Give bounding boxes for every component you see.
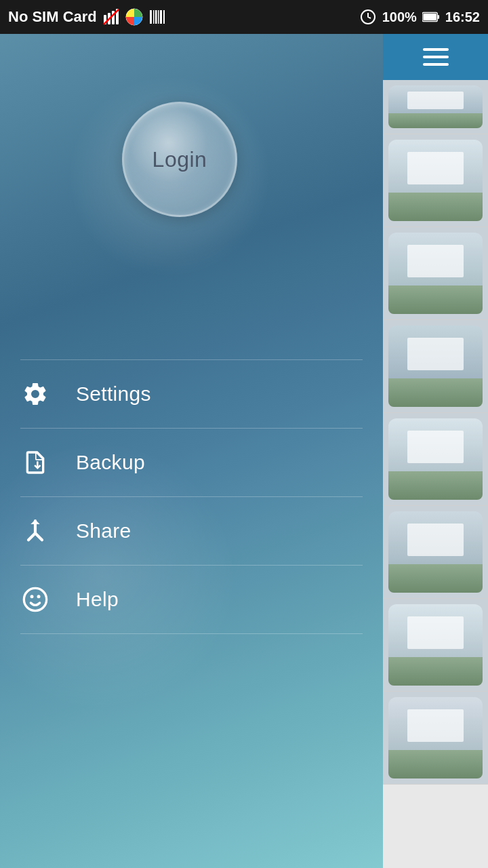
settings-icon bbox=[20, 379, 50, 409]
svg-rect-7 bbox=[153, 10, 155, 24]
menu-item-backup[interactable]: Backup bbox=[0, 429, 383, 496]
help-icon bbox=[20, 585, 50, 614]
menu-item-settings[interactable]: Settings bbox=[0, 360, 383, 428]
svg-point-18 bbox=[30, 595, 34, 598]
svg-rect-15 bbox=[437, 15, 439, 19]
list-item[interactable] bbox=[383, 227, 488, 320]
room-thumbnail bbox=[383, 80, 488, 134]
list-item[interactable] bbox=[383, 506, 488, 599]
menu-divider-bottom bbox=[20, 633, 363, 634]
svg-point-19 bbox=[37, 595, 41, 598]
right-panel bbox=[383, 34, 488, 868]
svg-rect-11 bbox=[163, 10, 165, 24]
time-text: 16:52 bbox=[445, 9, 480, 25]
main-container: Login Settings bbox=[0, 34, 488, 868]
svg-rect-14 bbox=[423, 14, 436, 20]
menu-item-share[interactable]: Share bbox=[0, 497, 383, 565]
backup-icon bbox=[20, 448, 50, 477]
status-bar: No SIM Card bbox=[0, 0, 488, 34]
share-icon bbox=[20, 516, 50, 546]
menu-items: Settings Backup bbox=[0, 359, 383, 634]
hamburger-menu-button[interactable] bbox=[423, 48, 449, 66]
thumbnail-list bbox=[383, 80, 488, 868]
login-button-container: Login bbox=[122, 102, 237, 217]
no-sim-text: No SIM Card bbox=[8, 8, 97, 26]
room-thumbnail bbox=[383, 413, 488, 505]
share-label: Share bbox=[76, 519, 131, 542]
room-thumbnail bbox=[383, 227, 488, 319]
menu-item-help[interactable]: Help bbox=[0, 566, 383, 633]
hamburger-line-3 bbox=[423, 63, 449, 66]
no-signal-icon bbox=[102, 8, 120, 26]
login-button[interactable]: Login bbox=[122, 102, 237, 217]
clock-icon bbox=[359, 8, 377, 26]
backup-label: Backup bbox=[76, 451, 145, 474]
sidebar-drawer: Login Settings bbox=[0, 34, 383, 868]
status-left: No SIM Card bbox=[8, 8, 166, 26]
list-item[interactable] bbox=[383, 134, 488, 227]
hamburger-line-2 bbox=[423, 56, 449, 58]
help-label: Help bbox=[76, 588, 119, 611]
right-top-bar bbox=[383, 34, 488, 80]
chromatic-icon bbox=[125, 8, 143, 26]
settings-label: Settings bbox=[76, 382, 151, 406]
svg-rect-8 bbox=[155, 10, 157, 24]
svg-rect-10 bbox=[160, 10, 162, 24]
room-thumbnail bbox=[383, 599, 488, 691]
svg-point-17 bbox=[24, 588, 46, 610]
svg-rect-9 bbox=[158, 10, 159, 24]
list-item[interactable] bbox=[383, 692, 488, 785]
list-item[interactable] bbox=[383, 320, 488, 413]
status-right: 100% 16:52 bbox=[359, 8, 480, 26]
room-thumbnail bbox=[383, 506, 488, 598]
room-thumbnail bbox=[383, 134, 488, 226]
room-thumbnail bbox=[383, 692, 488, 784]
room-thumbnail bbox=[383, 320, 488, 412]
list-item[interactable] bbox=[383, 80, 488, 134]
login-label: Login bbox=[152, 147, 207, 172]
hamburger-line-1 bbox=[423, 48, 449, 51]
barcode-icon bbox=[148, 8, 166, 26]
list-item[interactable] bbox=[383, 413, 488, 506]
battery-icon bbox=[422, 8, 440, 26]
battery-text: 100% bbox=[382, 9, 417, 25]
list-item[interactable] bbox=[383, 599, 488, 692]
svg-rect-6 bbox=[150, 10, 152, 24]
